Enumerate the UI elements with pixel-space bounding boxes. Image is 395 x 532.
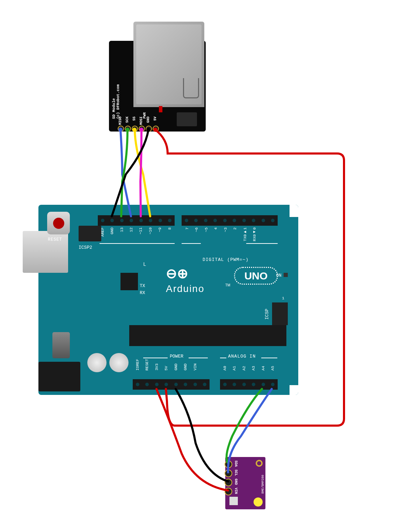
icsp2-header [79,226,101,241]
bme-pin-scl [225,470,232,477]
sensor-chip [229,497,238,505]
digital-header-left [98,215,175,226]
analog-header [220,379,278,390]
reset-button [47,212,70,234]
uno-badge: UNO [234,267,278,285]
digital-header-right [182,215,278,226]
chip-icon [120,273,138,290]
power-section-label: POWER [170,354,183,359]
bme-pin-vin [225,488,232,495]
sd-power-led [159,106,162,112]
bme280-sensor: SDA SCL GND VIN BME/BMP280 [225,457,265,509]
bme-pin-sda [225,460,232,468]
infinity-logo-icon: ⊖⊕ [166,266,188,281]
icsp-header [272,302,288,325]
crystal-oscillator [52,332,70,358]
bme-pin-gnd [225,479,232,486]
mounting-hole [254,497,263,507]
dc-power-jack [38,362,80,391]
analog-section-label: ANALOG IN [228,354,256,359]
wire-bme-vin [156,389,228,490]
capacitor-icon [109,353,129,372]
power-header [133,379,210,390]
arduino-brand: Arduino [166,283,205,294]
arduino-uno: AREF GND 13 12 ~11 ~10 ~9 8 7 ~6 ~5 4 ~3… [23,200,298,400]
atmega-chip [129,325,286,346]
capacitor-icon [87,353,107,372]
sd-module-label: SD Module (c) DFRobot.com [112,84,120,119]
power-led-icon [284,273,288,277]
sd-card-module: SD Module (c) DFRobot.com MISO SCK SS MO… [109,22,206,132]
voltage-regulator [177,112,197,126]
sd-card-slot [133,22,204,107]
mounting-hole [256,460,263,467]
wire-bme-gnd [176,389,228,481]
digital-section-label: DIGITAL (PWM=~) [203,257,249,262]
wiring-diagram: SD Module (c) DFRobot.com MISO SCK SS MO… [0,0,395,532]
